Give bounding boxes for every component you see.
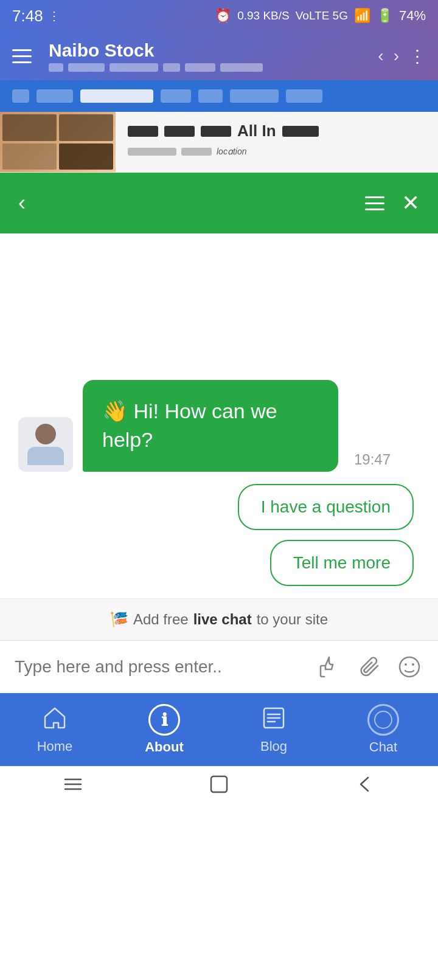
status-indicators: ⏰ 0.93 KB/S VoLTE 5G 📶 🔋 74%	[215, 8, 426, 24]
chat-input-row	[0, 640, 438, 693]
blk-2	[164, 126, 195, 137]
nav-block-4	[198, 89, 223, 103]
nav-tabs-strip	[0, 80, 438, 112]
preview-title-text: All In	[237, 122, 276, 140]
chat-widget: ‹ ✕ 👋 Hi! How can we help? 19:47	[0, 173, 438, 693]
emoji-icon[interactable]	[395, 653, 423, 681]
bot-message-text: 👋 Hi! How can we help?	[102, 399, 277, 452]
nav-about-label: About	[145, 739, 184, 755]
preview-title-row: All In	[128, 122, 426, 140]
back-arrow-button[interactable]: ‹	[378, 46, 383, 66]
preview-image-inner	[0, 112, 116, 172]
nav-item-about[interactable]: About	[109, 704, 219, 755]
blur-block-4	[163, 63, 180, 72]
chat-body: 👋 Hi! How can we help? 19:47 I have a qu…	[0, 233, 438, 598]
nav-item-chat[interactable]: Chat	[328, 704, 438, 755]
nav-block-1	[12, 89, 29, 103]
sub-blk-2	[181, 148, 212, 156]
bot-avatar-inner	[27, 424, 64, 465]
signal-icon: 📶	[354, 8, 370, 24]
bot-timestamp: 19:47	[354, 451, 391, 472]
powered-by-suffix: to your site	[257, 611, 328, 628]
quick-reply-question[interactable]: I have a question	[238, 484, 414, 530]
svg-point-1	[405, 663, 407, 666]
powered-by-emoji: 🎏	[110, 611, 128, 628]
forward-arrow-button[interactable]: ›	[394, 46, 399, 66]
nav-block-5	[230, 89, 279, 103]
chat-menu-button[interactable]	[365, 196, 384, 210]
blur-block-5	[185, 63, 215, 72]
blk-3	[201, 126, 231, 137]
page-preview: All In locɑtion	[0, 112, 438, 173]
chat-action-icons	[315, 653, 423, 681]
avatar-body	[27, 447, 64, 465]
quick-replies: I have a question Tell me more	[18, 484, 420, 586]
px-4	[59, 143, 113, 170]
dot-icon: ⋮	[48, 9, 60, 23]
menu-button[interactable]	[12, 43, 39, 69]
app-title-area: Naibo Stock	[49, 40, 378, 72]
battery-icon: 🔋	[377, 8, 393, 24]
svg-point-0	[400, 657, 419, 677]
bot-bubble: 👋 Hi! How can we help?	[83, 380, 338, 472]
nav-block-3	[161, 89, 191, 103]
px-2	[59, 114, 113, 141]
preview-content: All In locɑtion	[116, 112, 438, 172]
about-icon	[148, 704, 180, 736]
preview-sub-row: locɑtion	[128, 147, 426, 156]
attachment-icon[interactable]	[355, 653, 383, 681]
chat-back-button[interactable]: ‹	[18, 190, 26, 216]
nav-item-blog[interactable]: Blog	[219, 705, 328, 754]
app-bar: Naibo Stock ‹ › ⋮	[0, 32, 438, 80]
nav-blog-label: Blog	[260, 739, 287, 754]
bot-message-row: 👋 Hi! How can we help? 19:47	[18, 380, 420, 472]
system-menu-icon[interactable]	[63, 774, 83, 799]
blk-4	[282, 126, 319, 137]
px-1	[2, 114, 57, 141]
home-icon	[41, 705, 68, 735]
nav-block-6	[286, 89, 322, 103]
chat-icon	[367, 704, 399, 736]
thumbs-up-icon[interactable]	[315, 653, 343, 681]
system-home-icon[interactable]	[209, 774, 229, 799]
chat-input[interactable]	[15, 657, 305, 677]
svg-point-4	[375, 711, 392, 728]
system-back-icon[interactable]	[355, 774, 375, 799]
svg-rect-5	[211, 776, 227, 792]
avatar-head	[35, 424, 56, 444]
blur-block-3	[109, 63, 158, 72]
alarm-icon: ⏰	[215, 8, 231, 24]
subtitle-blur	[49, 63, 378, 72]
quick-reply-more[interactable]: Tell me more	[270, 540, 414, 586]
blur-block-1	[49, 63, 63, 72]
status-time: 7:48 ⋮	[12, 7, 60, 26]
nav-item-home[interactable]: Home	[0, 705, 109, 754]
status-bar: 7:48 ⋮ ⏰ 0.93 KB/S VoLTE 5G 📶 🔋 74%	[0, 0, 438, 32]
battery-percent: 74%	[399, 8, 426, 24]
app-title: Naibo Stock	[49, 40, 378, 61]
px-3	[2, 143, 57, 170]
svg-point-2	[412, 663, 414, 666]
data-speed: 0.93 KB/S	[237, 9, 290, 22]
bottom-nav: Home About Blog Chat	[0, 693, 438, 766]
powered-by-highlight[interactable]: live chat	[193, 611, 252, 628]
nav-chat-label: Chat	[369, 739, 397, 755]
nav-home-label: Home	[37, 739, 73, 754]
blur-block-6	[220, 63, 263, 72]
preview-image	[0, 112, 116, 172]
chat-spacer	[18, 258, 420, 368]
system-nav-bar	[0, 766, 438, 806]
network-type: VoLTE 5G	[296, 9, 348, 22]
bot-avatar	[18, 417, 73, 472]
nav-block-active	[80, 89, 153, 103]
nav-block-2	[36, 89, 73, 103]
sub-blk-1	[128, 148, 176, 156]
powered-by-prefix: Add free	[133, 611, 189, 628]
more-options-button[interactable]: ⋮	[409, 46, 426, 66]
blk-1	[128, 126, 158, 137]
app-bar-actions: ‹ › ⋮	[378, 46, 426, 66]
chat-close-button[interactable]: ✕	[401, 192, 420, 214]
powered-by-strip: 🎏 Add free live chat to your site	[0, 598, 438, 640]
preview-location: locɑtion	[217, 147, 246, 156]
chat-header: ‹ ✕	[0, 173, 438, 233]
